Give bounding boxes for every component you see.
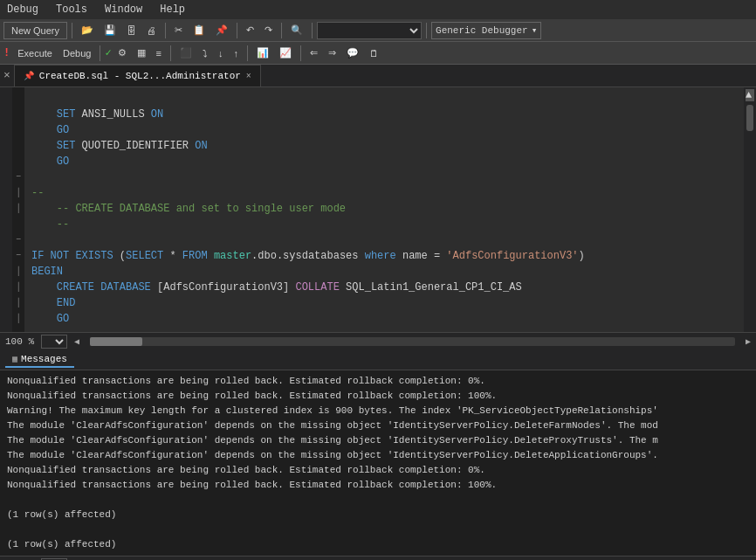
pin-icon: 📌 [24, 71, 34, 81]
toolbar-separator-5 [312, 23, 313, 38]
redo-button[interactable]: ↷ [260, 22, 277, 39]
new-query-button[interactable]: New Query [3, 22, 67, 39]
fold-marker-10[interactable]: − [12, 232, 24, 248]
toolbar-2: ! Execute Debug ✓ ⚙ ▦ ≡ ⬛ ⤵ ↓ ↑ 📊 📈 ⇐ ⇒ … [0, 42, 756, 65]
execute-button[interactable]: Execute [13, 45, 57, 62]
execute-icon: ! [3, 47, 10, 59]
uncomment-button[interactable]: 🗒 [365, 45, 383, 62]
search-button[interactable]: 🔍 [286, 22, 307, 39]
v-scroll-up-arrow[interactable]: ▲ [746, 89, 754, 101]
msg-line-3: Warning! The maximum key length for a cl… [7, 404, 749, 418]
fold-line-2 [12, 107, 24, 122]
open-file-button[interactable]: 📂 [77, 22, 98, 39]
fold-marker-6[interactable]: − [12, 169, 24, 185]
toolbar-1: New Query 📂 💾 🗄 🖨 ✂ 📋 📌 ↶ ↷ 🔍 Generic De… [0, 19, 756, 42]
zoom-bar: 100 % ◀ ▶ [0, 332, 756, 349]
tab-close-left-icon[interactable]: × [0, 69, 14, 82]
fold-line-13: │ [12, 280, 24, 295]
fold-line-15: │ [12, 311, 24, 327]
generic-debugger-dropdown[interactable]: Generic Debugger ▾ [431, 22, 541, 39]
messages-tab-label: Messages [21, 354, 67, 364]
h-scroll-thumb[interactable] [90, 337, 142, 346]
toolbar-separator-3 [237, 23, 237, 38]
results-grid-button[interactable]: ▦ [133, 45, 150, 62]
client-stats-button[interactable]: 📈 [275, 45, 296, 62]
tab-bar: × 📌 CreateDB.sql - SQL2...Administrator … [0, 65, 756, 87]
copy-button[interactable]: 📋 [189, 22, 210, 39]
left-gutter [0, 87, 12, 332]
menu-tools[interactable]: Tools [52, 2, 91, 17]
step-into-button[interactable]: ↓ [214, 45, 228, 62]
menu-bar: Debug Tools Window Help [0, 0, 756, 19]
indent-right-button[interactable]: ⇒ [324, 45, 340, 62]
toolbar-separator-4 [281, 23, 282, 38]
tab-title: CreateDB.sql - SQL2...Administrator [39, 71, 241, 81]
tab-close-button[interactable]: × [246, 72, 251, 81]
msg-line-5: The module 'ClearAdfsConfiguration' depe… [7, 433, 749, 448]
save-button[interactable]: 💾 [100, 22, 120, 39]
generic-debugger-label: Generic Debugger [436, 25, 528, 36]
fold-line-1 [12, 91, 24, 107]
msg-blank-2 [7, 522, 749, 537]
main-layout: × 📌 CreateDB.sql - SQL2...Administrator … [0, 65, 756, 560]
msg-line-12: (1 row(s) affected) [7, 537, 749, 552]
toolbar2-sep-1 [100, 45, 100, 61]
fold-marker-11[interactable]: − [12, 248, 24, 264]
toolbar-separator-6 [426, 23, 427, 38]
debug-button[interactable]: Debug [58, 45, 95, 62]
h-scroll-track[interactable] [90, 337, 735, 346]
chevron-down-icon: ▾ [532, 24, 538, 36]
print-button[interactable]: 🖨 [142, 22, 161, 39]
msg-line-1: Nonqualified transactions are being roll… [7, 374, 749, 389]
msg-line-10: (1 row(s) affected) [7, 508, 749, 522]
fold-line-12: │ [12, 264, 24, 280]
fold-line-9 [12, 217, 24, 232]
fold-line-8: │ [12, 201, 24, 217]
step-over-button[interactable]: ⤵ [198, 45, 212, 62]
messages-content: Nonqualified transactions are being roll… [0, 370, 756, 556]
step-out-button[interactable]: ↑ [230, 45, 244, 62]
menu-debug[interactable]: Debug [3, 2, 42, 17]
editor-v-scrollbar[interactable]: ▲ [744, 87, 756, 332]
v-scroll-thumb[interactable] [746, 105, 753, 131]
zoom-value: 100 % [5, 336, 34, 347]
toolbar-separator-2 [165, 23, 166, 38]
zoom-dropdown[interactable] [41, 335, 67, 349]
toolbar2-sep-2 [170, 45, 171, 61]
msg-line-8: Nonqualified transactions are being roll… [7, 478, 749, 493]
fold-gutter: − │ │ − − │ │ │ │ [12, 87, 24, 332]
menu-window[interactable]: Window [101, 2, 146, 17]
msg-blank-1 [7, 493, 749, 508]
scroll-left-arrow[interactable]: ◀ [74, 336, 79, 347]
fold-line-14: │ [12, 295, 24, 311]
editor-tab[interactable]: 📌 CreateDB.sql - SQL2...Administrator × [14, 65, 261, 86]
messages-panel: ▦ Messages Nonqualified transactions are… [0, 349, 756, 560]
parse-button[interactable]: ⚙ [113, 45, 131, 62]
messages-tab-bar: ▦ Messages [0, 349, 756, 370]
toolbar-separator-1 [72, 23, 72, 38]
scroll-right-arrow[interactable]: ▶ [746, 336, 751, 347]
cut-button[interactable]: ✂ [170, 22, 187, 39]
editor-content[interactable]: SET ANSI_NULLS ON GO SET QUOTED_IDENTIFI… [24, 87, 744, 332]
undo-button[interactable]: ↶ [242, 22, 258, 39]
fold-line-7: │ [12, 185, 24, 201]
indent-left-button[interactable]: ⇐ [306, 45, 322, 62]
actual-plan-button[interactable]: 📊 [252, 45, 273, 62]
fold-line-4 [12, 138, 24, 154]
save-all-button[interactable]: 🗄 [122, 22, 141, 39]
msg-line-6: The module 'ClearAdfsConfiguration' depe… [7, 448, 749, 463]
toolbar2-sep-3 [247, 45, 248, 61]
editor-row: − │ │ − − │ │ │ │ SET ANSI_NULLS ON GO S… [0, 87, 756, 332]
paste-button[interactable]: 📌 [211, 22, 232, 39]
results-text-button[interactable]: ≡ [152, 45, 166, 62]
comment-button[interactable]: 💬 [342, 45, 363, 62]
editor-wrapper: − │ │ − − │ │ │ │ SET ANSI_NULLS ON GO S… [0, 87, 756, 349]
fold-line-3 [12, 122, 24, 138]
database-dropdown[interactable] [317, 22, 422, 39]
grid-icon: ▦ [12, 354, 17, 364]
stop-button[interactable]: ⬛ [175, 45, 196, 62]
fold-line-5 [12, 154, 24, 169]
menu-help[interactable]: Help [156, 2, 189, 17]
messages-tab[interactable]: ▦ Messages [5, 352, 74, 368]
bottom-status-bar: 100 % ◀ ▶ [0, 556, 756, 560]
